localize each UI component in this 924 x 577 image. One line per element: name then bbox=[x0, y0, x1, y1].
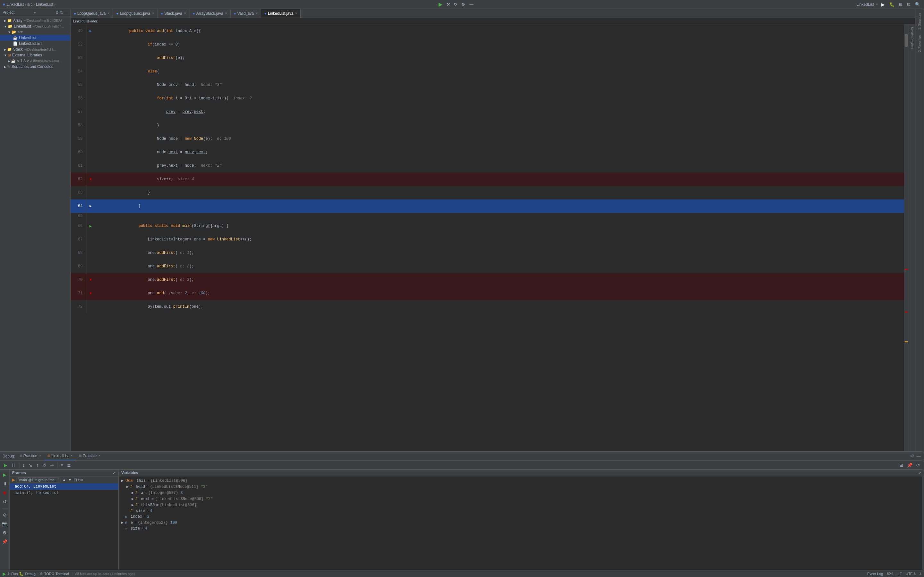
breadcrumb-linkedlist[interactable]: LinkedList bbox=[6, 2, 24, 7]
event-log-label[interactable]: Event Log bbox=[867, 572, 883, 576]
frame-item-add[interactable]: add:64, LinkedList bbox=[10, 484, 118, 490]
debug-step-into-button[interactable]: ↘ bbox=[27, 462, 34, 468]
breakpoint-icon[interactable]: ● bbox=[89, 291, 92, 295]
var-arrow-next[interactable]: ▶ bbox=[132, 496, 136, 501]
debug-camera-button[interactable]: 📷 bbox=[1, 520, 9, 528]
tab-loopqueue1[interactable]: ● LoopQueue1.java × bbox=[113, 9, 158, 18]
thread-infinity-button[interactable]: ∞ bbox=[81, 478, 83, 482]
var-item-head[interactable]: ▶ f head = {LinkedList$Node@511} "3" bbox=[119, 484, 924, 490]
debug-run-button[interactable]: ▶ bbox=[880, 1, 886, 8]
variables-expand-icon[interactable]: ⤢ bbox=[918, 471, 921, 475]
frames-expand-icon[interactable]: ⤢ bbox=[113, 471, 116, 475]
thread-up-button[interactable]: ▲ bbox=[61, 478, 67, 482]
tab-loopqueue[interactable]: ● LoopQueue.java × bbox=[71, 9, 113, 18]
sidebar-item-src[interactable]: ▼ 📂 src bbox=[0, 29, 70, 35]
sidebar-sort-icon[interactable]: ⇅ bbox=[60, 11, 63, 15]
status-lf[interactable]: LF bbox=[898, 572, 902, 576]
var-arrow-head[interactable]: ▶ bbox=[126, 484, 130, 489]
settings-button[interactable]: ⚙ bbox=[460, 1, 467, 7]
var-item-this[interactable]: ▶ this this = {LinkedList@506} bbox=[119, 478, 924, 484]
debug-frames-button[interactable]: ≡ bbox=[59, 462, 65, 468]
debug-pause-button[interactable]: ⏸ bbox=[10, 462, 17, 468]
search-button[interactable]: 🔍 bbox=[914, 1, 921, 7]
thread-down-button[interactable]: ▼ bbox=[67, 478, 73, 482]
var-arrow-this[interactable]: ▶ bbox=[121, 478, 125, 483]
tab-linkedlist[interactable]: ● LinkedList.java × bbox=[261, 9, 300, 18]
debug-play-button[interactable]: ▶ bbox=[1, 471, 9, 479]
tab-stack[interactable]: ● Stack.java × bbox=[158, 9, 189, 18]
tab-close-loopqueue1[interactable]: × bbox=[152, 11, 154, 15]
debug-tab-linkedlist[interactable]: ⊞ LinkedList × bbox=[44, 452, 76, 460]
debug-variables-button[interactable]: ≣ bbox=[66, 462, 72, 468]
tab-close-linkedlist[interactable]: × bbox=[295, 11, 297, 15]
profiler-button[interactable]: ⊡ bbox=[906, 1, 912, 7]
sidebar-item-array[interactable]: ▶ 📁 Array ~/Desktop/Intelli J IDEA/ bbox=[0, 18, 70, 23]
favorites-label[interactable]: 2: Favorites bbox=[917, 33, 922, 55]
thread-filter-button[interactable]: ⊟ bbox=[74, 478, 77, 482]
status-todo-button[interactable]: 6: TODO bbox=[40, 572, 55, 576]
debug-stop-button[interactable]: ■ bbox=[1, 489, 9, 496]
breadcrumb-linkedlist-class[interactable]: LinkedList bbox=[73, 19, 89, 23]
debug-tab-practice1[interactable]: ⊞ Practice × bbox=[16, 452, 44, 460]
sidebar-item-linkedlist-class[interactable]: ☕ LinkedList bbox=[0, 35, 70, 41]
var-item-index[interactable]: p index = 2 bbox=[119, 514, 924, 520]
tab-close-arraystack[interactable]: × bbox=[225, 11, 227, 15]
sync-button[interactable]: ⟳ bbox=[453, 1, 459, 7]
debug-step-out-button[interactable]: ↑ bbox=[35, 462, 40, 468]
thread-dropdown[interactable]: "main"@1 in group "ma..." bbox=[16, 477, 60, 482]
tab-close-loopqueue[interactable]: × bbox=[107, 11, 110, 15]
debug-pause2-button[interactable]: ⏸ bbox=[1, 480, 9, 488]
debug-rerun-button[interactable]: ↺ bbox=[1, 498, 9, 506]
debug-tab-close-linkedlist[interactable]: × bbox=[71, 454, 73, 458]
debug-button[interactable]: 🐛 bbox=[888, 1, 896, 7]
run-button[interactable]: ▶ bbox=[437, 1, 444, 8]
maven-projects-label[interactable]: Maven Projects bbox=[909, 24, 914, 52]
debug-minimize-button[interactable]: — bbox=[916, 453, 921, 459]
status-encoding[interactable]: UTF-8 bbox=[906, 572, 916, 576]
frame-item-main[interactable]: main:71, LinkedList bbox=[10, 490, 118, 496]
tab-close-stack[interactable]: × bbox=[184, 11, 186, 15]
debug-pin2-button[interactable]: 📌 bbox=[1, 538, 9, 546]
breadcrumb-src[interactable]: src bbox=[27, 2, 32, 7]
coverage-button[interactable]: ⊞ bbox=[898, 1, 904, 7]
tab-close-valid[interactable]: × bbox=[256, 11, 258, 15]
resize-handle[interactable] bbox=[922, 470, 924, 570]
tab-valid[interactable]: ● Valid.java × bbox=[231, 9, 261, 18]
sidebar-item-scratches[interactable]: ▶ ✎ Scratches and Consoles bbox=[0, 64, 70, 69]
sidebar-gear-icon[interactable]: ⚙ bbox=[55, 11, 59, 15]
debug-evaluate-button[interactable]: ⇢ bbox=[49, 462, 55, 468]
minimize-button[interactable]: — bbox=[468, 1, 475, 7]
var-item-size-field[interactable]: f size = 4 bbox=[119, 508, 924, 514]
breadcrumb-class[interactable]: LinkedList bbox=[36, 2, 53, 7]
sidebar-collapse-icon[interactable]: — bbox=[64, 11, 68, 15]
editor-scrollbar[interactable] bbox=[904, 24, 909, 451]
var-arrow-a[interactable]: ▶ bbox=[132, 490, 136, 495]
debug-resume-button[interactable]: ▶ bbox=[3, 462, 9, 468]
var-item-this0[interactable]: ▶ f this$0 = {LinkedList@506} bbox=[119, 502, 924, 508]
debug-refresh-button[interactable]: ⟳ bbox=[915, 462, 921, 468]
debug-tab-practice2[interactable]: ⊞ Practice × bbox=[76, 452, 103, 460]
sidebar-item-jdk[interactable]: ▶ ☕ < 1.8 > /Library/Java/Java... bbox=[0, 58, 70, 64]
code-editor[interactable]: 49 ▶ public void add(int index,A e){ 52 bbox=[71, 24, 904, 451]
debug-step-over-button[interactable]: ↓ bbox=[21, 462, 26, 468]
status-debug-button[interactable]: 🐛 bbox=[19, 572, 24, 576]
structure-label[interactable]: 2: Structure bbox=[917, 10, 922, 32]
debug-restore-button[interactable]: ⊞ bbox=[898, 462, 905, 468]
var-item-a[interactable]: ▶ f a = {Integer@507} 3 bbox=[119, 490, 924, 496]
run-icon[interactable]: ▶ bbox=[89, 224, 92, 229]
sidebar-item-linkedlist-root[interactable]: ▼ 📁 LinkedList ~/Desktop/IntelliJ I... bbox=[0, 23, 70, 29]
status-terminal-button[interactable]: Terminal bbox=[55, 572, 69, 576]
debug-tab-close-practice2[interactable]: × bbox=[99, 454, 100, 458]
debug-settings-button[interactable]: ⚙ bbox=[909, 453, 915, 459]
var-arrow-e[interactable]: ▶ bbox=[121, 520, 125, 525]
tab-arraystack[interactable]: ● ArrayStack.java × bbox=[189, 9, 230, 18]
var-item-e[interactable]: ▶ p e = {Integer@527} 100 bbox=[119, 520, 924, 526]
scrollbar-thumb[interactable] bbox=[905, 34, 908, 47]
debug-tab-close-practice1[interactable]: × bbox=[39, 454, 41, 458]
breadcrumb-add-method[interactable]: add() bbox=[90, 19, 99, 23]
breakpoint-icon[interactable]: ● bbox=[89, 277, 92, 282]
var-arrow-this0[interactable]: ▶ bbox=[132, 503, 136, 508]
breakpoint-icon[interactable]: ● bbox=[89, 177, 92, 181]
status-run-button[interactable]: ▶ bbox=[3, 571, 6, 576]
status-debug-label[interactable]: Debug bbox=[25, 572, 35, 576]
